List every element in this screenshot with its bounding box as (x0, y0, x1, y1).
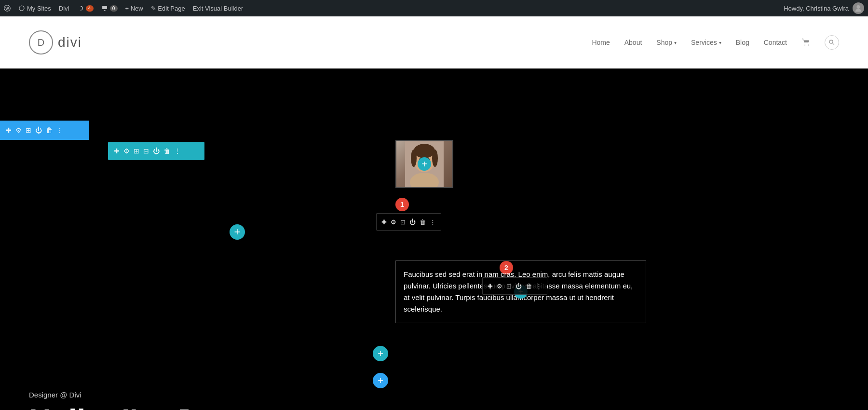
row-layout-icon[interactable]: ⊞ (134, 147, 139, 155)
row-more-icon[interactable]: ⋮ (174, 147, 181, 155)
m2-more-icon[interactable]: ⋮ (536, 283, 542, 290)
module1-toolbar-container: ✚ ⚙ ⊡ ⏻ 🗑 ⋮ (376, 213, 441, 231)
image-add-btn[interactable]: + (418, 157, 431, 171)
nav-about[interactable]: About (624, 39, 642, 46)
comments-menu[interactable]: 0 (101, 5, 118, 12)
main-content: ✚ ⚙ ⊞ ⏻ 🗑 ⋮ ✚ ⚙ ⊞ ⊟ ⏻ 🗑 ⋮ + 1 ✚ ⚙ ⊡ ⏻ 🗑 … (0, 121, 868, 410)
my-sites-menu[interactable]: My Sites (18, 5, 51, 12)
main-nav: Home About Shop ▾ Services ▾ Blog Contac… (592, 35, 839, 50)
section-power-icon[interactable]: ⏻ (35, 126, 42, 134)
row-trash-icon[interactable]: 🗑 (163, 147, 170, 155)
nav-search-btn[interactable] (825, 35, 839, 50)
m2-add-icon[interactable]: ✚ (488, 283, 493, 290)
edit-page-btn[interactable]: ✎ Edit Page (151, 5, 185, 12)
svg-line-4 (832, 43, 834, 45)
row-toolbar: ✚ ⚙ ⊞ ⊟ ⏻ 🗑 ⋮ (108, 142, 204, 160)
divi-menu[interactable]: Divi (59, 5, 69, 12)
row-add-icon[interactable]: ✚ (114, 147, 120, 155)
m1-power-icon[interactable]: ⏻ (409, 219, 416, 226)
svg-point-10 (432, 150, 438, 167)
m1-copy-icon[interactable]: ⊡ (400, 219, 406, 226)
row-settings-icon[interactable]: ⚙ (123, 147, 130, 155)
svg-point-9 (411, 150, 417, 167)
m2-trash-icon[interactable]: 🗑 (526, 283, 532, 290)
nav-home[interactable]: Home (592, 39, 610, 46)
new-content-menu[interactable]: + New (125, 5, 143, 12)
m2-settings-icon[interactable]: ⚙ (497, 283, 502, 290)
nav-blog[interactable]: Blog (736, 39, 749, 46)
section-toolbar: ✚ ⚙ ⊞ ⏻ 🗑 ⋮ (0, 121, 89, 140)
nav-cart[interactable] (801, 38, 810, 47)
module1-toolbar: ✚ ⚙ ⊡ ⏻ 🗑 ⋮ (376, 213, 441, 231)
module2-toolbar-container: ✚ ⚙ ⊡ ⏻ 🗑 ⋮ (482, 277, 547, 295)
m2-copy-icon[interactable]: ⊡ (506, 283, 512, 290)
nav-services[interactable]: Services ▾ (691, 39, 721, 46)
add-row-btn-1[interactable]: + (373, 346, 388, 361)
updates-menu[interactable]: 4 (77, 5, 94, 12)
wp-logo[interactable]: W (4, 5, 11, 12)
admin-bar: W My Sites Divi 4 0 + New ✎ Edit Page Ex… (0, 0, 868, 16)
add-column-btn[interactable]: + (230, 224, 245, 240)
site-header: D divi Home About Shop ▾ Services ▾ Blog… (0, 16, 868, 68)
module-badge-1: 1 (395, 198, 409, 211)
svg-point-3 (829, 40, 833, 43)
svg-point-8 (414, 144, 435, 158)
logo-circle: D (29, 30, 53, 55)
m1-more-icon[interactable]: ⋮ (430, 219, 436, 226)
m1-settings-icon[interactable]: ⚙ (391, 219, 396, 226)
nav-shop[interactable]: Shop ▾ (656, 39, 677, 46)
row-columns-icon[interactable]: ⊟ (143, 147, 149, 155)
user-greeting: Howdy, Christina Gwira (784, 5, 849, 12)
svg-text:W: W (5, 6, 9, 11)
m1-trash-icon[interactable]: 🗑 (420, 219, 426, 226)
m1-add-icon[interactable]: ✚ (381, 219, 387, 226)
logo-text: divi (58, 35, 82, 50)
bottom-title: Hello, I'm Jane (29, 404, 839, 410)
site-logo[interactable]: D divi (29, 30, 82, 55)
section-trash-icon[interactable]: 🗑 (46, 126, 53, 134)
exit-visual-builder-btn[interactable]: Exit Visual Builder (193, 5, 244, 12)
section-more-icon[interactable]: ⋮ (56, 126, 63, 134)
image-module: + (395, 140, 453, 188)
section-layout-icon[interactable]: ⊞ (26, 126, 31, 134)
bottom-section: Designer @ Divi Hello, I'm Jane (0, 371, 868, 410)
row-power-icon[interactable]: ⏻ (153, 147, 160, 155)
module2-toolbar: ✚ ⚙ ⊡ ⏻ 🗑 ⋮ (482, 277, 547, 295)
nav-contact[interactable]: Contact (764, 39, 787, 46)
user-avatar[interactable] (853, 2, 864, 14)
section-add-icon[interactable]: ✚ (6, 126, 12, 134)
svg-point-2 (856, 5, 860, 9)
m2-power-icon[interactable]: ⏻ (515, 283, 522, 290)
section-settings-icon[interactable]: ⚙ (15, 126, 22, 134)
bottom-subtitle: Designer @ Divi (29, 391, 839, 399)
